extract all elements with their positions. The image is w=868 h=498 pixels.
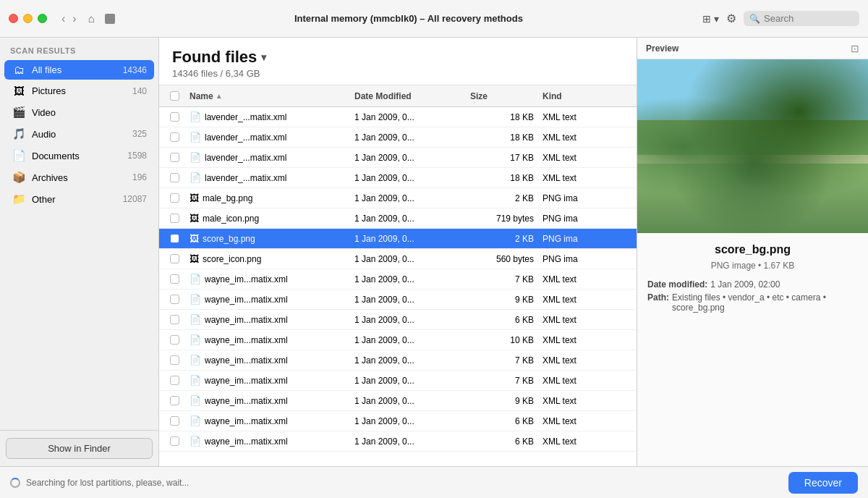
table-row[interactable]: 🖼 score_bg.png 1 Jan 2009, 0... 2 KB PNG… bbox=[159, 229, 637, 249]
sidebar-item-count: 140 bbox=[132, 86, 147, 96]
file-type-icon: 📄 bbox=[190, 172, 201, 183]
row-checkbox[interactable] bbox=[170, 416, 179, 426]
row-date: 1 Jan 2009, 0... bbox=[350, 234, 466, 244]
row-checkbox[interactable] bbox=[170, 132, 179, 142]
row-checkbox[interactable] bbox=[170, 315, 179, 324]
row-kind: XML text bbox=[538, 376, 632, 386]
file-type-icon: 📄 bbox=[190, 436, 201, 447]
row-checkbox[interactable] bbox=[170, 335, 179, 345]
show-finder-button[interactable]: Show in Finder bbox=[6, 438, 153, 459]
row-kind: XML text bbox=[538, 274, 632, 284]
row-checkbox[interactable] bbox=[170, 173, 179, 182]
pictures-icon: 🖼 bbox=[12, 85, 26, 97]
table-row[interactable]: 📄 lavender_...matix.xml 1 Jan 2009, 0...… bbox=[159, 127, 637, 148]
search-input[interactable] bbox=[764, 13, 851, 24]
sidebar-item-pictures[interactable]: 🖼 Pictures 140 bbox=[4, 81, 154, 101]
found-files-label: Found files bbox=[172, 48, 257, 67]
file-type-icon: 📄 bbox=[190, 152, 201, 163]
row-date: 1 Jan 2009, 0... bbox=[350, 416, 466, 426]
row-checkbox[interactable] bbox=[170, 234, 179, 243]
row-checkbox-cell bbox=[163, 112, 185, 122]
sidebar-item-label: Documents bbox=[32, 151, 122, 161]
table-row[interactable]: 📄 lavender_...matix.xml 1 Jan 2009, 0...… bbox=[159, 148, 637, 168]
row-size: 7 KB bbox=[466, 274, 538, 284]
stop-button[interactable] bbox=[105, 14, 115, 24]
main-layout: Scan results 🗂 All files 14346 🖼 Picture… bbox=[0, 38, 868, 466]
minimize-button[interactable] bbox=[23, 14, 33, 23]
column-header-kind[interactable]: Kind bbox=[538, 91, 632, 101]
maximize-button[interactable] bbox=[38, 14, 47, 23]
row-checkbox[interactable] bbox=[170, 274, 179, 284]
table-row[interactable]: 📄 wayne_im...matix.xml 1 Jan 2009, 0... … bbox=[159, 269, 637, 290]
row-kind: XML text bbox=[538, 335, 632, 345]
row-checkbox[interactable] bbox=[170, 193, 179, 203]
recover-button[interactable]: Recover bbox=[788, 472, 858, 494]
row-name: 📄 lavender_...matix.xml bbox=[185, 152, 350, 163]
row-name: 📄 lavender_...matix.xml bbox=[185, 111, 350, 122]
file-type-icon: 🖼 bbox=[190, 233, 199, 244]
table-row[interactable]: 📄 wayne_im...matix.xml 1 Jan 2009, 0... … bbox=[159, 290, 637, 310]
row-name: 🖼 male_bg.png bbox=[185, 193, 350, 203]
file-type-icon: 🖼 bbox=[190, 213, 199, 224]
file-type-icon: 🖼 bbox=[190, 253, 199, 264]
row-size: 18 KB bbox=[466, 173, 538, 183]
row-checkbox[interactable] bbox=[170, 396, 179, 405]
row-checkbox[interactable] bbox=[170, 355, 179, 365]
preview-expand-button[interactable]: ⊡ bbox=[851, 43, 859, 54]
table-row[interactable]: 📄 wayne_im...matix.xml 1 Jan 2009, 0... … bbox=[159, 350, 637, 371]
row-checkbox[interactable] bbox=[170, 376, 179, 385]
sidebar-footer: Show in Finder bbox=[0, 430, 158, 466]
table-row[interactable]: 🖼 male_icon.png 1 Jan 2009, 0... 719 byt… bbox=[159, 208, 637, 229]
column-header-size[interactable]: Size bbox=[466, 91, 538, 101]
table-row[interactable]: 📄 wayne_im...matix.xml 1 Jan 2009, 0... … bbox=[159, 431, 637, 452]
sidebar-item-archives[interactable]: 📦 Archives 196 bbox=[4, 167, 154, 187]
table-row[interactable]: 📄 wayne_im...matix.xml 1 Jan 2009, 0... … bbox=[159, 310, 637, 330]
back-button[interactable]: ‹ bbox=[59, 12, 68, 26]
row-checkbox-cell bbox=[163, 376, 185, 385]
searching-spinner bbox=[10, 478, 20, 488]
select-all-checkbox[interactable] bbox=[170, 91, 179, 101]
row-checkbox[interactable] bbox=[170, 295, 179, 304]
row-checkbox[interactable] bbox=[170, 153, 179, 162]
view-toggle-button[interactable]: ⊞ ▾ bbox=[702, 13, 719, 25]
table-row[interactable]: 📄 lavender_...matix.xml 1 Jan 2009, 0...… bbox=[159, 107, 637, 127]
sidebar-item-label: Video bbox=[32, 107, 141, 118]
video-icon: 🎬 bbox=[12, 106, 26, 119]
sidebar-item-count: 12087 bbox=[123, 194, 147, 204]
close-button[interactable] bbox=[9, 14, 18, 23]
row-name: 📄 wayne_im...matix.xml bbox=[185, 395, 350, 406]
file-type-icon: 📄 bbox=[190, 294, 201, 305]
column-header-name[interactable]: Name ▲ bbox=[185, 91, 350, 101]
settings-button[interactable]: ⚙ bbox=[726, 12, 736, 25]
title-dropdown-icon[interactable]: ▾ bbox=[261, 51, 266, 63]
row-name: 📄 wayne_im...matix.xml bbox=[185, 415, 350, 426]
row-size: 9 KB bbox=[466, 295, 538, 305]
forward-button[interactable]: › bbox=[69, 12, 79, 26]
sidebar-item-label: Archives bbox=[32, 172, 127, 183]
row-date: 1 Jan 2009, 0... bbox=[350, 274, 466, 284]
table-row[interactable]: 🖼 male_bg.png 1 Jan 2009, 0... 2 KB PNG … bbox=[159, 188, 637, 208]
row-checkbox[interactable] bbox=[170, 436, 179, 446]
row-checkbox[interactable] bbox=[170, 112, 179, 122]
table-row[interactable]: 📄 lavender_...matix.xml 1 Jan 2009, 0...… bbox=[159, 168, 637, 188]
sidebar-item-documents[interactable]: 📄 Documents 1598 bbox=[4, 145, 154, 166]
row-date: 1 Jan 2009, 0... bbox=[350, 112, 466, 122]
row-size: 18 KB bbox=[466, 112, 538, 122]
sidebar-item-audio[interactable]: 🎵 Audio 325 bbox=[4, 124, 154, 144]
row-size: 7 KB bbox=[466, 376, 538, 386]
column-header-date[interactable]: Date Modified bbox=[350, 91, 466, 101]
sidebar-item-label: All files bbox=[32, 64, 117, 75]
table-row[interactable]: 📄 wayne_im...matix.xml 1 Jan 2009, 0... … bbox=[159, 371, 637, 391]
table-row[interactable]: 📄 wayne_im...matix.xml 1 Jan 2009, 0... … bbox=[159, 411, 637, 431]
sidebar-item-all-files[interactable]: 🗂 All files 14346 bbox=[4, 60, 154, 80]
sidebar-item-video[interactable]: 🎬 Video bbox=[4, 102, 154, 122]
sidebar-item-other[interactable]: 📁 Other 12087 bbox=[4, 189, 154, 209]
file-type-icon: 📄 bbox=[190, 334, 201, 345]
table-row[interactable]: 📄 wayne_im...matix.xml 1 Jan 2009, 0... … bbox=[159, 330, 637, 350]
row-kind: XML text bbox=[538, 295, 632, 305]
table-row[interactable]: 📄 wayne_im...matix.xml 1 Jan 2009, 0... … bbox=[159, 391, 637, 411]
row-checkbox[interactable] bbox=[170, 254, 179, 263]
table-row[interactable]: 🖼 score_icon.png 1 Jan 2009, 0... 560 by… bbox=[159, 249, 637, 269]
home-button[interactable]: ⌂ bbox=[88, 12, 95, 25]
row-checkbox[interactable] bbox=[170, 214, 179, 223]
